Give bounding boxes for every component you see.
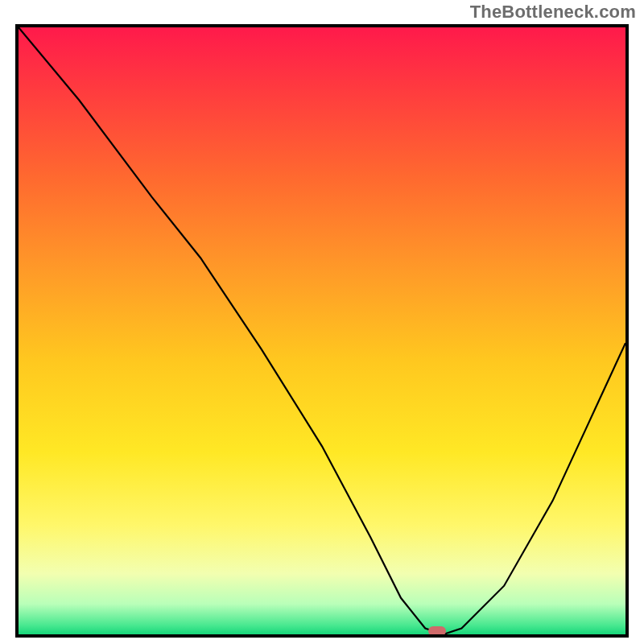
plot-area <box>15 24 629 638</box>
curve-path <box>19 27 625 634</box>
bottleneck-curve <box>19 27 625 634</box>
optimal-marker <box>428 626 446 636</box>
watermark-text: TheBottleneck.com <box>470 2 636 23</box>
chart-frame: TheBottleneck.com <box>0 0 644 644</box>
